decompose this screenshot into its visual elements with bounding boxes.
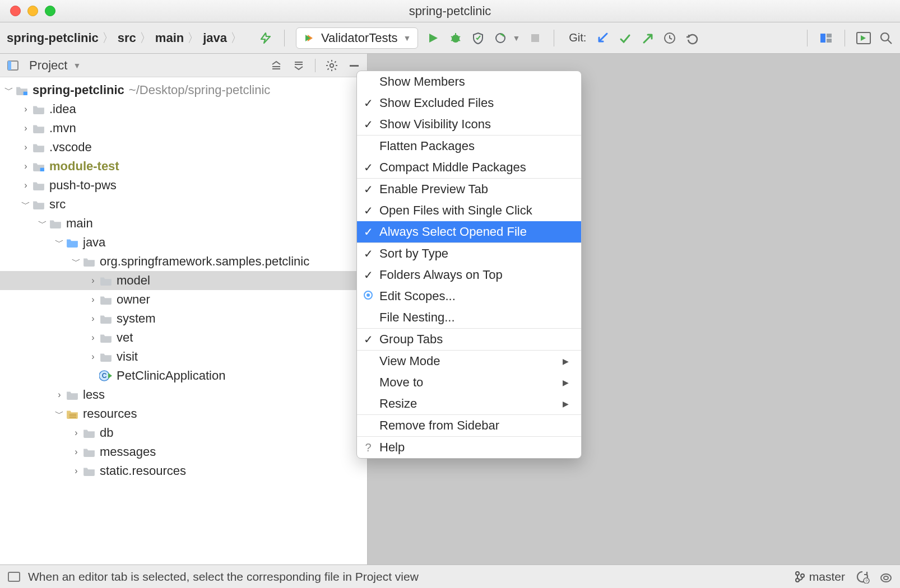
collapse-all-icon[interactable] (291, 58, 306, 73)
menu-help[interactable]: ?Help (357, 437, 581, 458)
tree-row-push-to-pws[interactable]: › push-to-pws (0, 176, 367, 195)
traffic-minimize[interactable] (27, 6, 38, 16)
tree-row-messages[interactable]: › messages (0, 442, 367, 461)
profiler-button[interactable] (493, 31, 508, 45)
tree-row-module-test[interactable]: › module-test (0, 157, 367, 176)
project-view-icon (6, 60, 20, 71)
arrow-expanded-icon[interactable]: ﹀ (71, 256, 82, 268)
run-button[interactable] (426, 31, 440, 45)
arrow-collapsed-icon[interactable]: › (71, 466, 82, 476)
tree-row-model[interactable]: › model (0, 271, 367, 290)
package-icon (99, 333, 113, 343)
tree-row-idea[interactable]: › .idea (0, 100, 367, 119)
git-update-icon[interactable] (595, 31, 610, 45)
tree-row-visit[interactable]: › visit (0, 347, 367, 366)
run-anything-icon[interactable] (856, 31, 871, 45)
arrow-collapsed-icon[interactable]: › (87, 333, 99, 343)
chevron-down-icon[interactable]: ▼ (73, 61, 81, 70)
menu-move-to[interactable]: Move to▶ (357, 372, 581, 393)
arrow-expanded-icon[interactable]: ﹀ (54, 237, 65, 249)
menu-resize[interactable]: Resize▶ (357, 393, 581, 414)
debug-button[interactable] (448, 31, 463, 45)
padlock-icon[interactable] (880, 571, 892, 583)
menu-show-visibility[interactable]: ✓Show Visibility Icons (357, 114, 581, 135)
arrow-expanded-icon[interactable]: ﹀ (37, 218, 48, 230)
tree-row-root[interactable]: ﹀ spring-petclinic ~/Desktop/spring-petc… (0, 81, 367, 100)
arrow-collapsed-icon[interactable]: › (87, 276, 99, 286)
arrow-collapsed-icon[interactable]: › (87, 314, 99, 324)
tree-row-vet[interactable]: › vet (0, 328, 367, 347)
menu-compact-packages[interactable]: ✓Compact Middle Packages (357, 157, 581, 178)
run-configuration-selector[interactable]: ValidatorTests ▼ (296, 27, 418, 49)
arrow-collapsed-icon[interactable]: › (87, 295, 99, 305)
tree-row-owner[interactable]: › owner (0, 290, 367, 309)
tree-row-main[interactable]: ﹀ main (0, 214, 367, 233)
arrow-expanded-icon[interactable]: ﹀ (20, 199, 31, 211)
tree-row-static-resources[interactable]: › static.resources (0, 461, 367, 480)
tree-row-mvn[interactable]: › .mvn (0, 119, 367, 138)
expand-all-icon[interactable] (269, 58, 284, 73)
package-icon (99, 295, 113, 305)
arrow-collapsed-icon[interactable]: › (20, 104, 31, 114)
profiler-dropdown-icon[interactable]: ▼ (512, 34, 520, 43)
build-icon[interactable] (258, 31, 273, 45)
menu-folders-top[interactable]: ✓Folders Always on Top (357, 264, 581, 286)
arrow-collapsed-icon[interactable]: › (20, 161, 31, 171)
sync-settings-icon[interactable]: ? (855, 570, 870, 584)
menu-single-click[interactable]: ✓Open Files with Single Click (357, 200, 581, 221)
menu-show-excluded[interactable]: ✓Show Excluded Files (357, 92, 581, 114)
arrow-expanded-icon[interactable]: ﹀ (3, 85, 15, 96)
tree-row-petclinic-app[interactable]: › C PetClinicApplication (0, 366, 367, 385)
git-history-icon[interactable] (662, 31, 677, 45)
arrow-collapsed-icon[interactable]: › (71, 428, 82, 438)
breadcrumb-main[interactable]: main (155, 31, 184, 45)
menu-show-members[interactable]: Show Members (357, 71, 581, 92)
tree-row-java[interactable]: ﹀ java (0, 233, 367, 252)
menu-group-tabs[interactable]: ✓Group Tabs (357, 329, 581, 350)
git-branch-widget[interactable]: master (795, 570, 845, 584)
menu-remove-sidebar[interactable]: Remove from Sidebar (357, 415, 581, 436)
arrow-collapsed-icon[interactable]: › (71, 447, 82, 457)
arrow-collapsed-icon[interactable]: › (87, 352, 99, 362)
tree-row-src[interactable]: ﹀ src (0, 195, 367, 214)
project-panel-title[interactable]: Project (29, 58, 67, 73)
arrow-collapsed-icon[interactable]: › (20, 123, 31, 133)
menu-always-select-opened[interactable]: ✓Always Select Opened File (357, 221, 581, 242)
arrow-expanded-icon[interactable]: ﹀ (54, 408, 65, 420)
breadcrumb-java[interactable]: java (203, 31, 227, 45)
breadcrumb-sep: 〉 (186, 30, 201, 46)
menu-view-mode[interactable]: View Mode▶ (357, 351, 581, 372)
traffic-close[interactable] (10, 6, 21, 16)
svg-line-27 (335, 68, 336, 69)
menu-flatten-packages[interactable]: Flatten Packages (357, 136, 581, 157)
tree-row-vscode[interactable]: › .vscode (0, 138, 367, 157)
menu-sort-by-type[interactable]: ✓Sort by Type (357, 243, 581, 264)
breadcrumb-src[interactable]: src (118, 31, 136, 45)
project-structure-icon[interactable] (819, 31, 833, 45)
project-tree[interactable]: ﹀ spring-petclinic ~/Desktop/spring-petc… (0, 77, 367, 564)
tree-row-system[interactable]: › system (0, 309, 367, 328)
tree-row-resources[interactable]: ﹀ resources (0, 404, 367, 423)
arrow-collapsed-icon[interactable]: › (54, 390, 65, 400)
coverage-button[interactable] (471, 31, 485, 45)
tool-window-toggle-icon[interactable] (8, 572, 20, 582)
menu-edit-scopes[interactable]: Edit Scopes... (357, 286, 581, 307)
breadcrumb[interactable]: spring-petclinic 〉 src 〉 main 〉 java 〉 (7, 30, 244, 46)
menu-preview-tab[interactable]: ✓Enable Preview Tab (357, 179, 581, 200)
tree-row-db[interactable]: › db (0, 423, 367, 442)
svg-line-14 (888, 40, 892, 44)
git-revert-icon[interactable] (685, 31, 699, 45)
tree-label: resources (83, 407, 137, 421)
menu-file-nesting[interactable]: File Nesting... (357, 307, 581, 328)
stop-button[interactable] (528, 31, 542, 45)
breadcrumb-root[interactable]: spring-petclinic (7, 31, 99, 45)
git-commit-icon[interactable] (618, 31, 632, 45)
traffic-zoom[interactable] (45, 6, 55, 16)
search-everywhere-icon[interactable] (879, 31, 893, 45)
tree-row-less[interactable]: › less (0, 385, 367, 404)
gear-icon[interactable] (324, 58, 339, 73)
arrow-collapsed-icon[interactable]: › (20, 142, 31, 152)
arrow-collapsed-icon[interactable]: › (20, 180, 31, 190)
git-push-icon[interactable] (640, 31, 655, 45)
tree-row-package[interactable]: ﹀ org.springframework.samples.petclinic (0, 252, 367, 271)
